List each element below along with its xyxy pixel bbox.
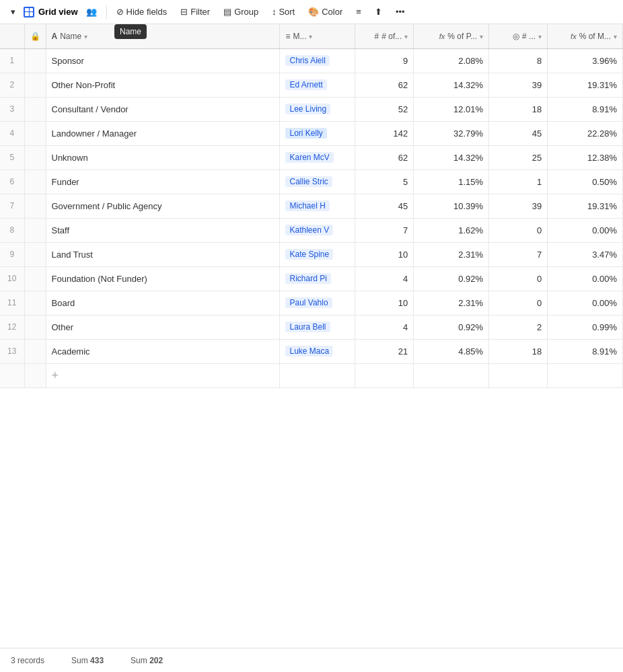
table-row[interactable]: 9 Land Trust Kate Spine 10 2.31% 7 3.47% (0, 242, 623, 266)
color-icon: 🎨 (308, 7, 319, 17)
row-pct-p-cell: 0.92% (414, 266, 489, 291)
member-col-chevron (309, 32, 312, 41)
linked-chip[interactable]: Kathleen V (285, 225, 333, 235)
linked-chip[interactable]: Ed Arnett (285, 79, 326, 90)
row-pct-m-cell: 0.50% (548, 170, 623, 194)
row-pct-p-cell: 0.92% (414, 315, 489, 339)
linked-chip[interactable]: Lee Living (285, 104, 330, 114)
row-num-of-cell: 62 (355, 145, 414, 170)
linked-chip[interactable]: Richard Pi (285, 273, 330, 284)
hide-fields-label: Hide fields (126, 7, 168, 17)
num2-col-label: # ... (522, 32, 536, 41)
row-name-cell[interactable]: Other (46, 315, 280, 339)
row-member-cell[interactable]: Richard Pi (280, 266, 355, 291)
table-row[interactable]: 1 Sponsor Chris Aiell 9 2.08% 8 3.96% (0, 48, 623, 73)
th-name[interactable]: A Name (46, 24, 280, 48)
row-name-cell[interactable]: Consultant / Vendor (46, 97, 280, 121)
linked-chip[interactable]: Paul Vahlo (285, 297, 332, 308)
row-lock-cell (24, 97, 46, 121)
row-member-cell[interactable]: Kathleen V (280, 218, 355, 242)
row-lock-cell (24, 194, 46, 218)
sort-btn[interactable]: ↕ Sort (266, 4, 300, 20)
row-name-cell[interactable]: Sponsor (46, 48, 280, 73)
add-row-empty-4 (489, 363, 548, 387)
group-btn[interactable]: ▤ Group (218, 4, 264, 20)
row-num-of-cell: 45 (355, 194, 414, 218)
linked-chip[interactable]: Callie Stric (285, 176, 332, 187)
table-row[interactable]: 11 Board Paul Vahlo 10 2.31% 0 0.00% (0, 291, 623, 315)
table-row[interactable]: 13 Academic Luke Maca 21 4.85% 18 8.91% (0, 339, 623, 363)
num-of-col-label: # of... (381, 32, 402, 41)
table-row[interactable]: 12 Other Laura Bell 4 0.92% 2 0.99% (0, 315, 623, 339)
row-name-cell[interactable]: Foundation (Not Funder) (46, 266, 280, 291)
row-name-cell[interactable]: Staff (46, 218, 280, 242)
row-num-of-cell: 7 (355, 218, 414, 242)
row-member-cell[interactable]: Callie Stric (280, 170, 355, 194)
table-row[interactable]: 6 Funder Callie Stric 5 1.15% 1 0.50% (0, 170, 623, 194)
row-name-cell[interactable]: Land Trust (46, 242, 280, 266)
add-row-btn[interactable]: + (46, 363, 280, 387)
row-name-cell[interactable]: Other Non-Profit (46, 73, 280, 97)
linked-chip[interactable]: Kate Spine (285, 249, 333, 260)
add-row-empty-5 (548, 363, 623, 387)
th-pct-p[interactable]: fx % of P... (414, 24, 489, 48)
th-num-of[interactable]: # # of... (355, 24, 414, 48)
row-member-cell[interactable]: Ed Arnett (280, 73, 355, 97)
manage-views-btn[interactable]: 👥 (81, 4, 102, 20)
add-row-empty-3 (414, 363, 489, 387)
table-row[interactable]: 10 Foundation (Not Funder) Richard Pi 4 … (0, 266, 623, 291)
table-row[interactable]: 2 Other Non-Profit Ed Arnett 62 14.32% 3… (0, 73, 623, 97)
linked-chip[interactable]: Lori Kelly (285, 128, 326, 139)
row-member-cell[interactable]: Kate Spine (280, 242, 355, 266)
row-name-cell[interactable]: Funder (46, 170, 280, 194)
row-pct-m-cell: 19.31% (548, 194, 623, 218)
more-options-btn[interactable]: ••• (390, 4, 410, 20)
row-pct-p-cell: 2.08% (414, 48, 489, 73)
row-member-cell[interactable]: Karen McV (280, 145, 355, 170)
pct-m-col-chevron (614, 32, 617, 41)
table-row[interactable]: 8 Staff Kathleen V 7 1.62% 0 0.00% (0, 218, 623, 242)
filter-btn[interactable]: ⊟ Filter (175, 4, 215, 20)
linked-chip[interactable]: Luke Maca (285, 346, 333, 357)
lock-icon: 🔒 (30, 32, 40, 41)
table-row[interactable]: 4 Landowner / Manager Lori Kelly 142 32.… (0, 121, 623, 145)
th-pct-m[interactable]: fx % of M... (548, 24, 623, 48)
row-pct-m-cell: 8.91% (548, 97, 623, 121)
group-icon: ▤ (223, 7, 231, 17)
row-lock-cell (24, 242, 46, 266)
table-row[interactable]: 5 Unknown Karen McV 62 14.32% 25 12.38% (0, 145, 623, 170)
row-name-cell[interactable]: Academic (46, 339, 280, 363)
row-member-cell[interactable]: Lee Living (280, 97, 355, 121)
table-row[interactable]: 3 Consultant / Vendor Lee Living 52 12.0… (0, 97, 623, 121)
hide-fields-btn[interactable]: ⊘ Hide fields (111, 4, 173, 20)
row-pct-p-cell: 1.62% (414, 218, 489, 242)
linked-chip[interactable]: Laura Bell (285, 322, 330, 332)
name-col-label: Name (60, 32, 81, 41)
row-num-cell: 11 (0, 291, 24, 315)
row-member-cell[interactable]: Luke Maca (280, 339, 355, 363)
row-member-cell[interactable]: Chris Aiell (280, 48, 355, 73)
row-name-cell[interactable]: Government / Public Agency (46, 194, 280, 218)
row-member-cell[interactable]: Michael H (280, 194, 355, 218)
row-member-cell[interactable]: Lori Kelly (280, 121, 355, 145)
view-dropdown-btn[interactable]: ▾ (5, 4, 21, 20)
share-btn[interactable]: ⬆ (369, 4, 388, 20)
table-row[interactable]: 7 Government / Public Agency Michael H 4… (0, 194, 623, 218)
color-btn[interactable]: 🎨 Color (303, 4, 348, 20)
row-num-cell: 8 (0, 218, 24, 242)
member-col-label: M... (293, 32, 306, 41)
row-name-cell[interactable]: Board (46, 291, 280, 315)
row-lock-cell (24, 145, 46, 170)
th-num2[interactable]: ◎ # ... (489, 24, 548, 48)
row-name-cell[interactable]: Landowner / Manager (46, 121, 280, 145)
linked-chip[interactable]: Karen McV (285, 152, 333, 163)
linked-chip[interactable]: Michael H (285, 200, 329, 211)
row-member-cell[interactable]: Paul Vahlo (280, 291, 355, 315)
row-member-cell[interactable]: Laura Bell (280, 315, 355, 339)
th-member[interactable]: ≡ M... (280, 24, 355, 48)
row-num-cell: 6 (0, 170, 24, 194)
linked-chip[interactable]: Chris Aiell (285, 55, 329, 66)
row-height-btn[interactable]: ≡ (351, 4, 367, 20)
row-name-cell[interactable]: Unknown (46, 145, 280, 170)
add-row[interactable]: + (0, 363, 623, 387)
